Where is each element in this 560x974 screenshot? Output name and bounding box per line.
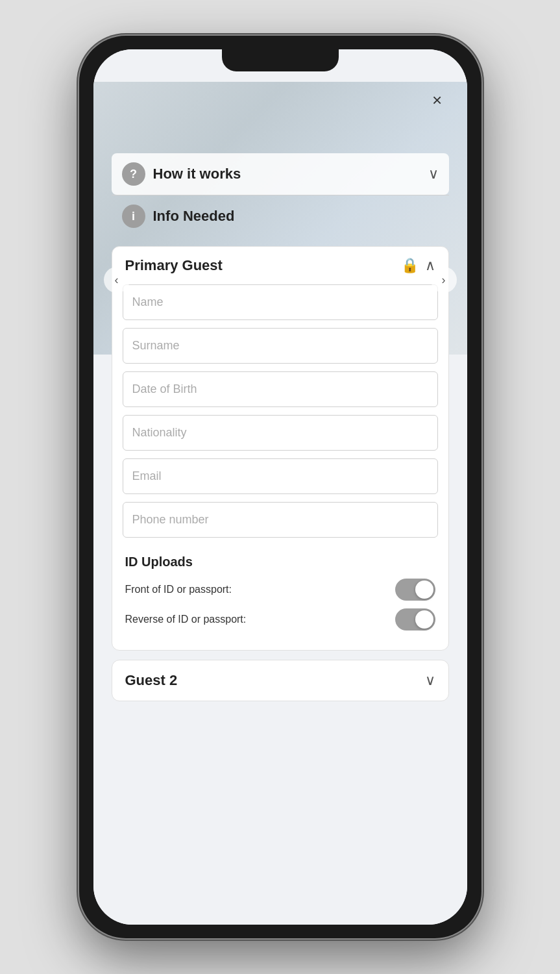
next-arrow-button[interactable]: ›: [431, 267, 457, 293]
primary-guest-card: Primary Guest 🔒 ∧ Name Surnam: [112, 246, 449, 651]
id-uploads-section: ID Uploads Front of ID or passport: Reve…: [112, 545, 448, 650]
phone-placeholder: Phone number: [132, 513, 209, 526]
front-id-toggle[interactable]: [395, 579, 435, 601]
front-id-toggle-knob: [415, 581, 433, 599]
front-id-row: Front of ID or passport:: [125, 579, 435, 601]
notch: [222, 49, 339, 71]
nav-arrows: ‹ ›: [93, 267, 467, 293]
question-icon: ?: [122, 162, 145, 186]
nationality-placeholder: Nationality: [132, 426, 187, 439]
front-id-label: Front of ID or passport:: [125, 584, 232, 595]
reverse-id-label: Reverse of ID or passport:: [125, 614, 247, 625]
guest2-card-header: Guest 2 ∨: [112, 660, 448, 701]
email-field[interactable]: Email: [123, 458, 438, 494]
prev-arrow-button[interactable]: ‹: [104, 267, 130, 293]
guest2-expand-icon[interactable]: ∨: [425, 672, 435, 689]
surname-field[interactable]: Surname: [123, 328, 438, 364]
reverse-id-row: Reverse of ID or passport:: [125, 608, 435, 631]
dob-placeholder: Date of Birth: [132, 382, 197, 395]
guest2-card: Guest 2 ∨: [112, 660, 449, 701]
info-needed-title: Info Needed: [153, 208, 235, 225]
content-area: ? How it works ∨ i Info Needed: [93, 153, 467, 701]
info-needed-section: i Info Needed: [112, 195, 449, 237]
arrow-right-icon: ›: [442, 273, 446, 287]
phone-field[interactable]: Phone number: [123, 502, 438, 538]
screen: × ‹ › ?: [93, 49, 467, 925]
guest2-title: Guest 2: [125, 672, 178, 689]
how-it-works-section: ? How it works ∨: [112, 153, 449, 195]
arrow-left-icon: ‹: [115, 273, 119, 287]
id-uploads-title: ID Uploads: [125, 555, 435, 569]
info-icon: i: [122, 205, 145, 228]
how-it-works-title: How it works: [153, 166, 241, 182]
surname-placeholder: Surname: [132, 339, 180, 352]
how-it-works-left: ? How it works: [122, 162, 241, 186]
email-placeholder: Email: [132, 469, 162, 482]
name-placeholder: Name: [132, 295, 164, 308]
reverse-id-toggle-knob: [415, 610, 433, 629]
reverse-id-toggle[interactable]: [395, 608, 435, 631]
nationality-field[interactable]: Nationality: [123, 415, 438, 451]
close-button[interactable]: ×: [426, 88, 449, 112]
dob-field[interactable]: Date of Birth: [123, 371, 438, 407]
how-it-works-chevron-icon[interactable]: ∨: [428, 166, 439, 182]
